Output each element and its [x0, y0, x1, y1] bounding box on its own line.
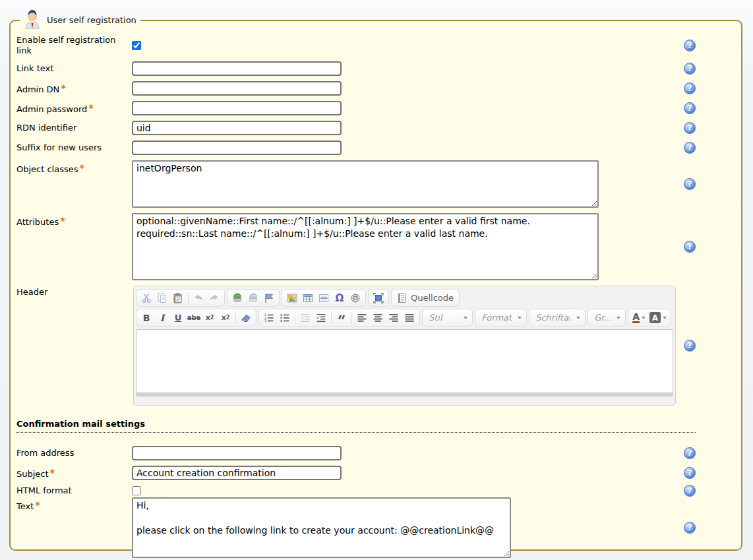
help-icon[interactable]: ? [684, 467, 696, 479]
chevron-down-icon [663, 317, 667, 319]
help-icon[interactable]: ? [684, 447, 696, 459]
bulleted-list-icon[interactable] [277, 310, 293, 325]
superscript-button[interactable]: x2 [218, 310, 233, 325]
admin-password-label: Admin password [16, 104, 87, 114]
text-label: Text [16, 501, 34, 511]
link-text-input[interactable] [132, 61, 342, 76]
required-marker: ✱ [80, 164, 85, 170]
rdn-identifier-input[interactable] [132, 121, 342, 135]
justify-icon[interactable] [402, 310, 417, 325]
source-doc-icon [397, 293, 407, 303]
from-address-input[interactable] [132, 446, 342, 460]
horizontal-rule-icon[interactable] [316, 290, 332, 305]
undo-icon[interactable] [191, 290, 206, 305]
rich-text-editor: Ω Quellcode [133, 286, 676, 406]
chevron-down-icon [518, 317, 522, 319]
enable-self-registration-label: Enable self registration link [16, 35, 132, 56]
help-icon[interactable]: ? [684, 522, 696, 534]
chevron-down-icon [576, 317, 580, 319]
attributes-label: Attributes [16, 217, 59, 227]
paste-icon[interactable] [170, 290, 186, 305]
background-color-button[interactable]: A [648, 312, 669, 323]
user-avatar-icon [24, 9, 41, 31]
help-icon[interactable]: ? [684, 142, 696, 154]
underline-button[interactable]: U [170, 310, 186, 325]
header-label: Header [16, 286, 132, 297]
help-icon[interactable]: ? [684, 102, 696, 114]
anchor-flag-icon[interactable] [261, 290, 277, 305]
chevron-down-icon [617, 317, 620, 319]
special-char-icon[interactable]: Ω [332, 290, 347, 305]
form-row-admin-dn: Admin DN✱ ? [16, 81, 741, 96]
text-color-button[interactable]: A [630, 312, 648, 323]
bold-button[interactable]: B [138, 310, 154, 325]
form-row-header: Header [16, 286, 741, 406]
blockquote-icon[interactable]: ” [334, 310, 349, 325]
redo-icon[interactable] [206, 290, 222, 305]
copy-icon[interactable] [154, 290, 170, 305]
editor-content[interactable] [136, 329, 673, 396]
indent-icon[interactable] [313, 310, 329, 325]
mail-row-html-format: HTML format ? [16, 485, 741, 496]
object-classes-label: Object classes [16, 164, 78, 174]
font-size-dropdown[interactable]: Gr... [587, 309, 626, 327]
outdent-icon[interactable] [297, 310, 313, 325]
format-dropdown[interactable]: Format [475, 309, 527, 327]
form-row-attributes: Attributes✱ optional::givenName::First n… [16, 213, 741, 280]
rdn-identifier-label: RDN identifier [16, 123, 132, 133]
image-icon[interactable] [284, 290, 300, 305]
chevron-down-icon [464, 317, 467, 319]
required-marker: ✱ [35, 501, 40, 507]
maximize-icon[interactable] [371, 290, 386, 305]
italic-button[interactable]: I [154, 310, 170, 325]
link-icon[interactable] [229, 290, 245, 305]
mail-row-from-address: From address ? [16, 446, 741, 460]
mail-text-textarea[interactable]: Hi, please click on the following link t… [132, 497, 511, 558]
form-row-enable: Enable self registration link ? [16, 35, 741, 56]
link-text-label: Link text [16, 63, 132, 74]
editor-toolbar-row-1: Ω Quellcode [136, 288, 673, 308]
page-title: User self registration [47, 15, 136, 25]
source-code-button[interactable]: Quellcode [393, 293, 458, 303]
suffix-input[interactable] [132, 140, 342, 155]
subscript-button[interactable]: x2 [202, 310, 218, 325]
form-row-rdn: RDN identifier ? [16, 121, 741, 135]
suffix-label: Suffix for new users [16, 142, 132, 153]
required-marker: ✱ [50, 468, 55, 475]
object-classes-textarea[interactable]: inetOrgPerson [132, 160, 599, 208]
numbered-list-icon[interactable]: 123 [261, 310, 277, 325]
unlink-icon[interactable] [245, 290, 261, 305]
admin-dn-input[interactable] [132, 81, 342, 96]
html-format-checkbox[interactable] [132, 486, 141, 495]
align-left-icon[interactable] [354, 310, 370, 325]
help-icon[interactable]: ? [684, 63, 696, 75]
svg-text:3: 3 [264, 319, 266, 323]
help-icon[interactable]: ? [684, 82, 696, 94]
font-dropdown[interactable]: Schriftart [529, 309, 586, 327]
subject-input[interactable] [132, 466, 342, 480]
table-icon[interactable] [300, 290, 316, 305]
toolbar-separator [331, 312, 332, 324]
enable-self-registration-checkbox[interactable] [132, 41, 141, 50]
help-icon[interactable]: ? [684, 485, 696, 497]
help-icon[interactable]: ? [684, 340, 696, 352]
help-icon[interactable]: ? [684, 178, 696, 190]
iframe-globe-icon[interactable] [347, 290, 363, 305]
style-dropdown[interactable]: Stil [422, 309, 473, 327]
help-icon[interactable]: ? [684, 241, 696, 253]
attributes-textarea[interactable]: optional::givenName::First name::/^[[:al… [132, 213, 599, 280]
self-registration-panel: User self registration Enable self regis… [9, 9, 742, 551]
editor-toolbar-row-2: B I U abe x2 x2 123 [136, 308, 673, 328]
remove-format-eraser-icon[interactable] [238, 310, 254, 325]
subject-label: Subject [16, 469, 49, 479]
admin-password-input[interactable] [132, 101, 342, 115]
admin-dn-label: Admin DN [16, 84, 59, 94]
mail-row-subject: Subject✱ ? [16, 466, 741, 480]
align-right-icon[interactable] [386, 310, 402, 325]
help-icon[interactable]: ? [684, 40, 696, 51]
help-icon[interactable]: ? [684, 122, 696, 134]
cut-icon[interactable] [138, 290, 154, 305]
align-center-icon[interactable] [370, 310, 386, 325]
strikethrough-button[interactable]: abe [186, 310, 202, 325]
toolbar-separator [235, 312, 236, 324]
